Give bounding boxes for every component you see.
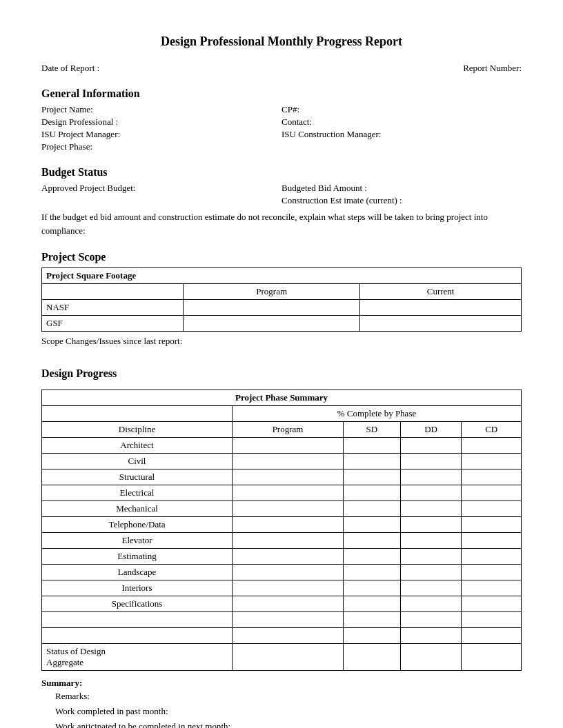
design-progress-title: Design Progress [41, 367, 522, 380]
scope-changes-label: Scope Changes/Issues since last report: [41, 336, 522, 347]
budget-grid: Approved Project Budget: Budgeted Bid Am… [41, 183, 522, 206]
construction-estimate-label: Construction Est imate (current) : [282, 195, 522, 206]
scope-program-header: Program [184, 284, 360, 300]
table-row: Architect [42, 438, 522, 454]
date-of-report-label: Date of Report : [41, 63, 99, 74]
discipline-col-header: Discipline [42, 422, 233, 438]
table-row: Civil [42, 454, 522, 469]
approved-budget-label: Approved Project Budget: [41, 183, 282, 194]
general-information-section: General Information Project Name: CP#: D… [41, 88, 522, 152]
table-row-empty-2 [42, 628, 522, 644]
report-header: Date of Report : Report Number: [41, 63, 522, 74]
summary-label: Summary: [41, 678, 522, 689]
work-anticipated-line: Work anticipated to be completed in next… [55, 719, 522, 728]
nasf-program-value [184, 300, 360, 316]
isu-construction-manager-label: ISU Construction Manager: [282, 129, 522, 140]
summary-section: Summary: Remarks: Work completed in past… [41, 678, 522, 728]
budget-status-section: Budget Status Approved Project Budget: B… [41, 166, 522, 237]
phase-table-main-header: Project Phase Summary [42, 390, 522, 406]
page-title: Design Professional Monthly Progress Rep… [41, 34, 522, 49]
report-number-label: Report Number: [463, 63, 522, 74]
nasf-label: NASF [42, 300, 184, 316]
table-row: Mechanical [42, 501, 522, 517]
gsf-current-value [360, 316, 522, 332]
general-info-title: General Information [41, 88, 522, 100]
work-completed-line: Work completed in past month: [55, 704, 522, 719]
table-row: Telephone/Data [42, 517, 522, 533]
table-row: Structural [42, 469, 522, 485]
scope-current-header: Current [360, 284, 522, 300]
design-professional-label: Design Professional : [41, 117, 282, 128]
contact-label: Contact: [282, 117, 522, 128]
project-phase-label: Project Phase: [41, 141, 282, 152]
project-scope-title: Project Scope [41, 251, 522, 263]
dd-col-header: DD [400, 422, 462, 438]
table-row: Electrical [42, 485, 522, 501]
project-name-label: Project Name: [41, 104, 282, 115]
table-row: Landscape [42, 565, 522, 580]
budgeted-bid-label: Budgeted Bid Amount : [282, 183, 522, 194]
cd-col-header: CD [462, 422, 522, 438]
project-scope-section: Project Scope Project Square Footage Pro… [41, 251, 522, 347]
gsf-program-value [184, 316, 360, 332]
gsf-label: GSF [42, 316, 184, 332]
table-row: Elevator [42, 533, 522, 549]
table-row-empty-1 [42, 612, 522, 628]
scope-table: Project Square Footage Program Current N… [41, 267, 522, 332]
table-row: Interiors [42, 580, 522, 596]
sd-col-header: SD [344, 422, 401, 438]
status-of-design-row: Status of DesignAggregate [42, 644, 522, 671]
general-info-grid: Project Name: CP#: Design Professional :… [41, 104, 522, 152]
budget-status-title: Budget Status [41, 166, 522, 179]
phase-table: Project Phase Summary % Complete by Phas… [41, 390, 522, 671]
cp-label: CP#: [282, 104, 522, 115]
percent-complete-header: % Complete by Phase [232, 406, 521, 422]
budget-note: If the budget ed bid amount and construc… [41, 210, 522, 237]
table-row: Estimating [42, 549, 522, 565]
program-col-header: Program [232, 422, 343, 438]
remarks-line: Remarks: [55, 689, 522, 704]
table-row: Specifications [42, 596, 522, 612]
design-progress-section: Design Progress Project Phase Summary % … [41, 367, 522, 728]
nasf-current-value [360, 300, 522, 316]
isu-project-manager-label: ISU Project Manager: [41, 129, 282, 140]
scope-table-header: Project Square Footage [42, 268, 522, 284]
